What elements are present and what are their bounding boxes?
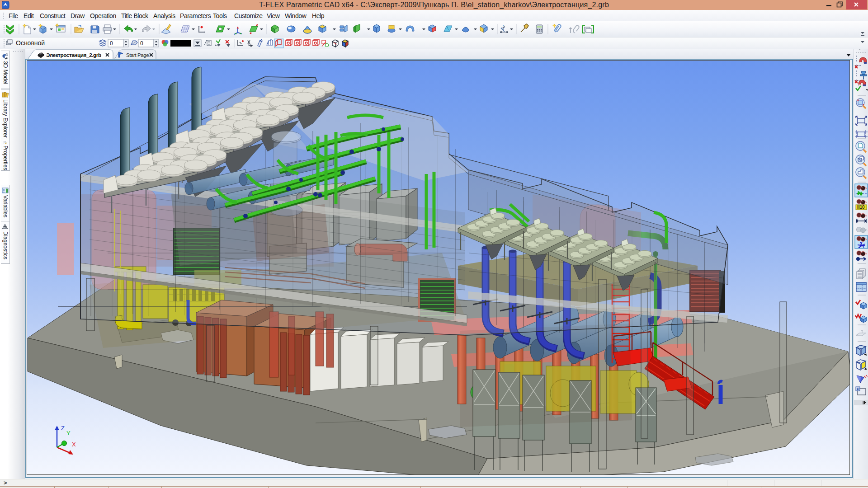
svg-text:X: X — [72, 441, 76, 448]
svg-text:5: 5 — [503, 24, 505, 28]
svg-text:Электростанция_2.grb: Электростанция_2.grb — [46, 52, 101, 58]
svg-text:0: 0 — [110, 40, 113, 47]
svg-text:Z: Z — [61, 425, 65, 432]
svg-text:P: P — [857, 387, 859, 391]
svg-text:Y: Y — [66, 430, 71, 436]
svg-text:Основной: Основной — [16, 39, 45, 47]
svg-text:II10: II10 — [857, 205, 865, 210]
svg-text:0: 0 — [140, 40, 143, 47]
svg-text:Start Page: Start Page — [126, 52, 149, 58]
